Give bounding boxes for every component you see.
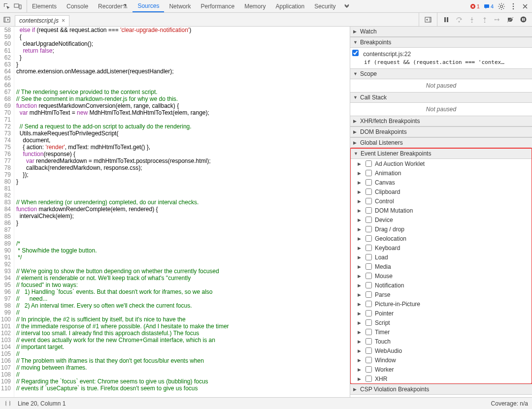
event-checkbox[interactable] bbox=[366, 160, 372, 167]
xhr-fetch-section[interactable]: ▶XHR/fetch Breakpoints bbox=[350, 116, 532, 126]
event-label: Keyboard bbox=[375, 245, 400, 252]
event-label: Control bbox=[375, 198, 394, 205]
event-checkbox[interactable] bbox=[366, 338, 372, 345]
callstack-section[interactable]: ▼Call Stack bbox=[350, 92, 532, 103]
event-category-notification[interactable]: ▶Notification bbox=[351, 281, 532, 290]
close-devtools-icon[interactable] bbox=[521, 2, 529, 10]
event-checkbox[interactable] bbox=[366, 329, 372, 335]
event-category-device[interactable]: ▶Device bbox=[351, 215, 532, 224]
event-category-xhr[interactable]: ▶XHR bbox=[351, 374, 532, 383]
event-label: Media bbox=[375, 263, 391, 270]
event-listener-label: Event Listener Breakpoints bbox=[361, 150, 431, 157]
event-checkbox[interactable] bbox=[366, 301, 372, 307]
event-checkbox[interactable] bbox=[366, 245, 372, 251]
event-checkbox[interactable] bbox=[366, 263, 372, 270]
event-checkbox[interactable] bbox=[366, 226, 372, 232]
scope-section[interactable]: ▼Scope bbox=[350, 68, 532, 79]
format-icon[interactable] bbox=[4, 400, 12, 408]
debugger-sidebar: ▶Watch ▼Breakpoints contentscript.js:22 … bbox=[350, 27, 532, 397]
dom-bp-section[interactable]: ▶DOM Breakpoints bbox=[350, 126, 532, 137]
event-category-dom-mutation[interactable]: ▶DOM Mutation bbox=[351, 206, 532, 215]
event-category-clipboard[interactable]: ▶Clipboard bbox=[351, 187, 532, 196]
event-category-load[interactable]: ▶Load bbox=[351, 252, 532, 262]
error-badge[interactable]: 1 bbox=[470, 3, 480, 9]
step-over-icon[interactable] bbox=[455, 16, 463, 24]
chevron-right-icon: ▶ bbox=[353, 140, 358, 145]
device-toolbar-icon[interactable] bbox=[14, 2, 22, 10]
deactivate-breakpoints-icon[interactable] bbox=[506, 16, 514, 24]
event-category-control[interactable]: ▶Control bbox=[351, 196, 532, 206]
tab-network[interactable]: Network bbox=[164, 0, 196, 12]
step-out-icon[interactable] bbox=[481, 16, 489, 24]
tab-console[interactable]: Console bbox=[62, 0, 93, 12]
event-checkbox[interactable] bbox=[366, 310, 372, 316]
event-checkbox[interactable] bbox=[366, 235, 372, 242]
event-category-media[interactable]: ▶Media bbox=[351, 262, 532, 271]
tab-performance[interactable]: Performance bbox=[196, 0, 239, 12]
event-category-pointer[interactable]: ▶Pointer bbox=[351, 309, 532, 318]
file-tab[interactable]: contentscript.js × bbox=[15, 15, 69, 26]
event-category-picture-in-picture[interactable]: ▶Picture-in-Picture bbox=[351, 299, 532, 309]
show-navigator-icon[interactable] bbox=[3, 16, 11, 24]
event-checkbox[interactable] bbox=[366, 254, 372, 260]
tab-memory[interactable]: Memory bbox=[239, 0, 270, 12]
event-category-worker[interactable]: ▶Worker bbox=[351, 365, 532, 374]
tab-sources[interactable]: Sources bbox=[133, 0, 164, 12]
event-category-webaudio[interactable]: ▶WebAudio bbox=[351, 346, 532, 355]
tab-security[interactable]: Security bbox=[309, 0, 340, 12]
menu-icon[interactable] bbox=[509, 2, 517, 10]
event-category-geolocation[interactable]: ▶Geolocation bbox=[351, 234, 532, 243]
tab-elements[interactable]: Elements bbox=[27, 0, 62, 12]
chevron-right-icon: ▶ bbox=[358, 189, 363, 194]
event-category-timer[interactable]: ▶Timer bbox=[351, 327, 532, 337]
watch-section[interactable]: ▶Watch bbox=[350, 27, 532, 37]
inspect-icon[interactable] bbox=[3, 2, 11, 10]
event-checkbox[interactable] bbox=[366, 291, 372, 298]
event-category-canvas[interactable]: ▶Canvas bbox=[351, 178, 532, 187]
event-checkbox[interactable] bbox=[366, 189, 372, 195]
event-checkbox[interactable] bbox=[366, 170, 372, 176]
event-checkbox[interactable] bbox=[366, 347, 372, 354]
csp-section[interactable]: ▶CSP Violation Breakpoints bbox=[350, 384, 532, 395]
event-checkbox[interactable] bbox=[366, 179, 372, 186]
issues-badge[interactable]: 4 bbox=[484, 3, 494, 9]
pause-on-exceptions-icon[interactable] bbox=[519, 16, 527, 24]
event-category-ad-auction-worklet[interactable]: ▶Ad Auction Worklet bbox=[351, 159, 532, 168]
event-category-mouse[interactable]: ▶Mouse bbox=[351, 271, 532, 281]
event-checkbox[interactable] bbox=[366, 273, 372, 279]
event-category-touch[interactable]: ▶Touch bbox=[351, 337, 532, 346]
event-category-window[interactable]: ▶Window bbox=[351, 355, 532, 365]
more-tabs-icon[interactable] bbox=[343, 2, 351, 10]
step-icon[interactable] bbox=[494, 16, 501, 24]
breakpoints-section[interactable]: ▼Breakpoints bbox=[350, 37, 532, 48]
event-category-animation[interactable]: ▶Animation bbox=[351, 168, 532, 178]
step-into-icon[interactable] bbox=[468, 16, 476, 24]
global-listeners-section[interactable]: ▶Global Listeners bbox=[350, 137, 532, 148]
event-listener-section[interactable]: ▼Event Listener Breakpoints bbox=[351, 149, 532, 159]
event-checkbox[interactable] bbox=[366, 207, 372, 214]
chevron-right-icon: ▶ bbox=[358, 246, 363, 251]
event-category-keyboard[interactable]: ▶Keyboard bbox=[351, 243, 532, 252]
event-checkbox[interactable] bbox=[366, 282, 372, 288]
show-debugger-icon[interactable] bbox=[424, 16, 432, 24]
event-checkbox[interactable] bbox=[366, 319, 372, 326]
svg-point-6 bbox=[513, 5, 514, 7]
svg-point-5 bbox=[513, 3, 514, 4]
code-editor[interactable]: 5859606162636465666768697071727374757677… bbox=[0, 27, 350, 397]
event-checkbox[interactable] bbox=[366, 376, 372, 382]
event-category-parse[interactable]: ▶Parse bbox=[351, 290, 532, 299]
event-checkbox[interactable] bbox=[366, 366, 372, 373]
event-checkbox[interactable] bbox=[366, 217, 372, 223]
pause-icon[interactable] bbox=[442, 16, 450, 24]
settings-icon[interactable] bbox=[498, 2, 505, 10]
event-category-drag-drop[interactable]: ▶Drag / drop bbox=[351, 224, 532, 234]
tab-recorder[interactable]: Recorder ⚗ bbox=[93, 0, 133, 12]
event-checkbox[interactable] bbox=[366, 357, 372, 363]
close-file-icon[interactable]: × bbox=[62, 17, 65, 24]
breakpoint-entry[interactable]: contentscript.js:22 bbox=[350, 49, 532, 59]
event-category-script[interactable]: ▶Script bbox=[351, 318, 532, 327]
event-checkbox[interactable] bbox=[366, 198, 372, 204]
breakpoint-checkbox[interactable] bbox=[352, 50, 359, 56]
tab-application[interactable]: Application bbox=[271, 0, 310, 12]
chevron-right-icon: ▶ bbox=[358, 208, 363, 213]
